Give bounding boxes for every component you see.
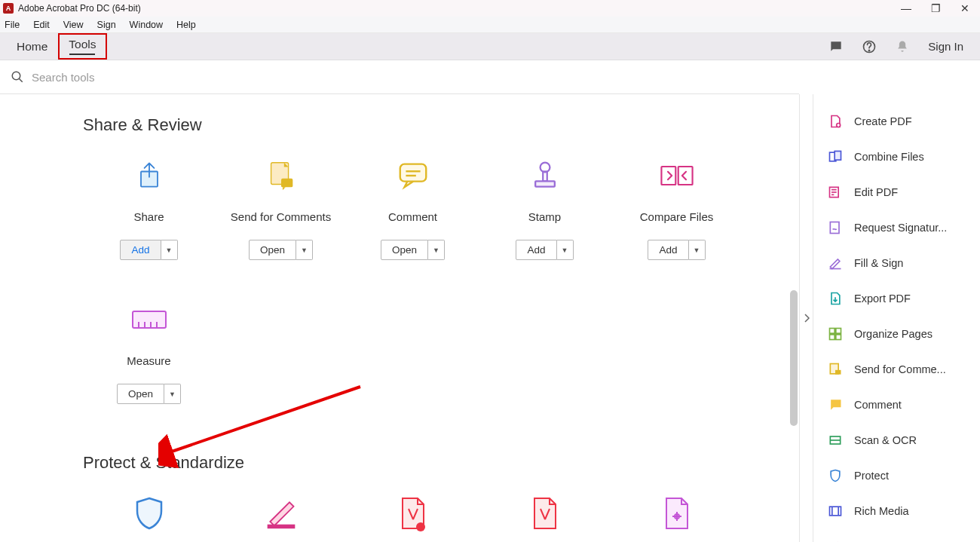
measure-icon <box>131 302 167 338</box>
sign-in-link[interactable]: Sign In <box>928 40 963 53</box>
menu-help[interactable]: Help <box>176 20 196 30</box>
svg-rect-27 <box>835 151 841 160</box>
protect-side-icon <box>827 467 844 484</box>
svg-rect-39 <box>835 369 841 374</box>
share-icon <box>131 158 167 194</box>
tool-compare-files-label: Compare Files <box>640 210 714 223</box>
svg-point-1 <box>869 50 870 51</box>
window-title: Adobe Acrobat Pro DC (64-bit) <box>18 3 141 14</box>
sidebar-item-label: Combine Files <box>854 151 924 163</box>
sidebar-item-send-for-comments[interactable]: Send for Comme... <box>813 351 980 387</box>
redact-side-icon <box>827 538 844 543</box>
tool-stamp-dropdown[interactable]: ▼ <box>557 240 574 260</box>
side-expander[interactable] <box>799 94 813 542</box>
tabbar: Home Tools Sign In <box>0 33 980 60</box>
window-minimize-icon[interactable]: — <box>901 2 911 14</box>
sidebar-item-redact[interactable]: Redact <box>813 528 980 542</box>
svg-rect-34 <box>830 328 835 333</box>
tool-measure-dropdown[interactable]: ▼ <box>164 384 181 404</box>
sidebar-item-organize-pages[interactable]: Organize Pages <box>813 316 980 351</box>
sidebar-item-label: Edit PDF <box>854 186 898 198</box>
search-icon <box>11 70 24 84</box>
menu-sign[interactable]: Sign <box>97 20 116 30</box>
comment-icon <box>395 158 431 194</box>
svg-rect-7 <box>400 164 426 182</box>
svg-rect-6 <box>281 179 292 188</box>
sidebar-item-scan-ocr[interactable]: Scan & OCR <box>813 422 980 458</box>
sidebar-item-rich-media[interactable]: Rich Media <box>813 493 980 528</box>
request-signatures-icon <box>827 219 844 236</box>
tool-send-for-comments[interactable]: Send for Comments Open ▼ <box>215 158 347 260</box>
tool-compare-files[interactable]: Compare Files Add ▼ <box>611 158 743 260</box>
rich-media-icon <box>827 503 844 519</box>
sidebar-item-label: Organize Pages <box>854 328 933 340</box>
tool-measure-button[interactable]: Open <box>117 384 164 404</box>
sidebar-item-create-pdf[interactable]: Create PDF <box>813 103 980 139</box>
section-protect-title: Protect & Standardize <box>83 453 769 473</box>
tool-protect[interactable] <box>83 495 215 542</box>
tool-pdf-red2[interactable] <box>479 495 611 542</box>
sidebar-item-label: Request Signatur... <box>854 222 947 234</box>
sidebar-item-comment[interactable]: Comment <box>813 387 980 422</box>
tab-tools[interactable]: Tools <box>58 33 106 60</box>
window-close-icon[interactable]: ✕ <box>960 2 969 14</box>
tool-share-button[interactable]: Add <box>120 240 161 260</box>
pdf-red2-icon <box>527 495 563 531</box>
organize-pages-icon <box>827 326 844 342</box>
tool-send-for-comments-dropdown[interactable]: ▼ <box>296 240 313 260</box>
tool-stamp[interactable]: Stamp Add ▼ <box>479 158 611 260</box>
sidebar-item-combine-files[interactable]: Combine Files <box>813 139 980 174</box>
chat-icon[interactable] <box>828 39 844 54</box>
search-input[interactable] <box>32 71 789 84</box>
tool-comment-dropdown[interactable]: ▼ <box>428 240 445 260</box>
svg-rect-35 <box>836 328 841 333</box>
tool-comment[interactable]: Comment Open ▼ <box>347 158 479 260</box>
tool-share-dropdown[interactable]: ▼ <box>161 240 178 260</box>
export-pdf-icon <box>827 290 844 307</box>
svg-point-2 <box>12 72 20 80</box>
tool-measure[interactable]: Measure Open ▼ <box>83 302 215 404</box>
tool-pdf-purple[interactable] <box>611 495 743 542</box>
tool-stamp-button[interactable]: Add <box>516 240 556 260</box>
svg-rect-32 <box>830 222 839 233</box>
app-icon: A <box>3 3 14 14</box>
svg-rect-20 <box>267 525 295 529</box>
menu-window[interactable]: Window <box>130 20 163 30</box>
sidebar-item-protect[interactable]: Protect <box>813 458 980 493</box>
svg-line-3 <box>19 78 23 82</box>
tool-redact-lower[interactable] <box>215 495 347 542</box>
create-pdf-icon <box>827 113 844 130</box>
svg-rect-42 <box>830 507 841 516</box>
tool-send-for-comments-label: Send for Comments <box>231 210 331 223</box>
tool-send-for-comments-button[interactable]: Open <box>249 240 296 260</box>
send-comments-icon <box>263 158 299 194</box>
sidebar-item-label: Send for Comme... <box>854 363 946 375</box>
sidebar-item-label: Comment <box>854 399 902 411</box>
tab-home[interactable]: Home <box>6 35 58 58</box>
menubar: File Edit View Sign Window Help <box>0 17 980 33</box>
tool-comment-button[interactable]: Open <box>381 240 428 260</box>
sidebar-item-label: Scan & OCR <box>854 434 917 446</box>
svg-rect-13 <box>661 167 675 185</box>
menu-file[interactable]: File <box>5 20 20 30</box>
tool-measure-label: Measure <box>127 354 170 367</box>
bell-icon[interactable] <box>895 39 910 54</box>
scrollbar[interactable] <box>790 290 798 426</box>
menu-edit[interactable]: Edit <box>33 20 50 30</box>
tool-share[interactable]: Share Add ▼ <box>83 158 215 260</box>
sidebar-item-label: Rich Media <box>854 505 909 517</box>
tool-pdf-red[interactable]: i <box>347 495 479 542</box>
sidebar-item-export-pdf[interactable]: Export PDF <box>813 280 980 316</box>
send-for-comments-side-icon <box>827 361 844 378</box>
window-maximize-icon[interactable]: ❐ <box>931 2 941 14</box>
fill-sign-icon <box>827 255 844 271</box>
sidebar-item-fill-sign[interactable]: Fill & Sign <box>813 245 980 280</box>
help-icon[interactable] <box>862 39 877 54</box>
sidebar-item-edit-pdf[interactable]: Edit PDF <box>813 174 980 210</box>
sidebar-item-request-signatures[interactable]: Request Signatur... <box>813 210 980 245</box>
tool-compare-files-button[interactable]: Add <box>648 240 688 260</box>
sidebar-item-label: Fill & Sign <box>854 257 903 269</box>
menu-view[interactable]: View <box>63 20 84 30</box>
tool-compare-files-dropdown[interactable]: ▼ <box>689 240 706 260</box>
tools-main: Share & Review Share Add ▼ Send for Comm… <box>0 94 799 542</box>
